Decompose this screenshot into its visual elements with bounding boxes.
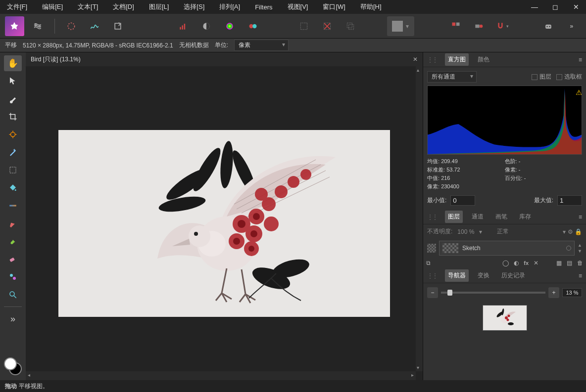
layer-fx-icon[interactable]: fx: [524, 260, 529, 266]
min-input[interactable]: [450, 195, 475, 206]
auto-wb-button[interactable]: [243, 16, 262, 36]
tab-history[interactable]: 历史记录: [498, 269, 528, 282]
navigator-zoom-row: − + 13 %: [423, 283, 586, 302]
tab-histogram[interactable]: 直方图: [445, 53, 469, 66]
magic-wand-tool[interactable]: [4, 144, 22, 160]
layer-move-down[interactable]: ▼: [578, 249, 582, 254]
layer-visibility-toggle[interactable]: [427, 244, 436, 253]
menu-select[interactable]: 选择[S]: [181, 0, 207, 13]
menu-view[interactable]: 视图[V]: [285, 0, 311, 13]
layer-move-up[interactable]: ▲: [578, 243, 582, 248]
clone-tool[interactable]: [4, 269, 22, 285]
persona-liquify[interactable]: [28, 16, 48, 36]
layer-pixel-icon[interactable]: ▤: [567, 260, 572, 266]
flood-fill-tool[interactable]: [4, 180, 22, 196]
view-tool[interactable]: ✋: [4, 55, 22, 71]
selection-subtract-button[interactable]: [318, 16, 337, 36]
layer-adjust-icon[interactable]: ◐: [514, 260, 519, 266]
menu-arrange[interactable]: 排列[A]: [216, 0, 243, 13]
window-minimize[interactable]: —: [529, 3, 540, 11]
gradient-tool[interactable]: [4, 198, 22, 214]
menu-file[interactable]: 文件[F]: [4, 0, 30, 13]
persona-develop[interactable]: [62, 16, 81, 36]
color-swatches[interactable]: [4, 357, 22, 375]
auto-levels-button[interactable]: [174, 16, 193, 36]
zoom-slider[interactable]: [441, 292, 545, 294]
menu-layer[interactable]: 图层[L]: [146, 0, 172, 13]
panel-menu-icon[interactable]: ≡: [579, 272, 582, 279]
tab-layers[interactable]: 图层: [445, 211, 463, 223]
pen-tool[interactable]: [4, 216, 22, 231]
flood-select-tool[interactable]: [4, 127, 22, 142]
persona-photo[interactable]: [5, 16, 24, 36]
canvas-scrollbar-horizontal[interactable]: [26, 371, 416, 380]
selection-new-button[interactable]: [294, 16, 314, 36]
window-maximize[interactable]: ◻: [549, 3, 561, 11]
crop-tool[interactable]: [4, 109, 22, 125]
brush-tool[interactable]: [4, 91, 22, 107]
max-input[interactable]: [557, 195, 582, 206]
layer-delete-icon[interactable]: 🗑: [577, 260, 583, 266]
menu-help[interactable]: 帮助[H]: [357, 0, 385, 13]
tab-channels[interactable]: 通道: [469, 211, 487, 223]
menu-edit[interactable]: 编辑[E]: [39, 0, 66, 13]
canvas-scrollbar-vertical[interactable]: [416, 66, 423, 371]
zoom-tool[interactable]: [4, 287, 22, 303]
arrange-button[interactable]: [446, 16, 465, 36]
layer-group-icon[interactable]: ⧉: [426, 260, 431, 266]
zoom-value[interactable]: 13 %: [562, 288, 582, 297]
panel-grip-icon[interactable]: ⋮⋮: [427, 272, 437, 279]
layer-add-icon[interactable]: ▦: [556, 260, 562, 266]
smudge-tool[interactable]: [4, 233, 22, 249]
tab-navigator[interactable]: 导航器: [445, 269, 469, 282]
document-tab-title[interactable]: Bird [只读] (13.1%): [31, 55, 81, 64]
svg-rect-2: [180, 27, 182, 29]
erase-tool[interactable]: [4, 251, 22, 267]
auto-contrast-button[interactable]: [197, 16, 216, 36]
menu-document[interactable]: 文档[D]: [110, 0, 137, 13]
document-tab-close[interactable]: ✕: [413, 56, 418, 63]
blend-mode-select[interactable]: 正常: [497, 227, 509, 236]
fill-swatch-dropdown[interactable]: ▾: [387, 16, 414, 36]
opacity-value[interactable]: 100 %: [457, 228, 474, 235]
channel-select[interactable]: 所有通道: [427, 71, 477, 83]
layer-mark-icon[interactable]: [566, 246, 571, 251]
navigator-preview[interactable]: [483, 305, 527, 331]
tab-transform[interactable]: 变换: [475, 269, 492, 282]
layer-crop-icon[interactable]: ✕: [534, 260, 538, 266]
persona-export[interactable]: [108, 16, 127, 36]
selection-intersect-button[interactable]: [341, 16, 360, 36]
record-button[interactable]: [469, 16, 488, 36]
panel-menu-icon[interactable]: ≡: [579, 56, 582, 63]
tab-brushes[interactable]: 画笔: [492, 211, 510, 223]
svg-point-52: [253, 213, 260, 220]
assistant-button[interactable]: [538, 16, 558, 36]
window-close[interactable]: ✕: [570, 3, 582, 11]
svg-point-18: [480, 24, 483, 28]
menu-text[interactable]: 文本[T]: [75, 0, 101, 13]
unit-select[interactable]: 像素: [234, 40, 289, 51]
toolbar-overflow[interactable]: »: [562, 16, 581, 36]
menu-filters[interactable]: Filters: [252, 1, 275, 13]
snap-button[interactable]: ▾: [492, 16, 512, 36]
svg-point-24: [15, 189, 16, 191]
unit-label: 单位:: [215, 41, 228, 49]
move-tool[interactable]: [4, 73, 22, 89]
panel-grip-icon[interactable]: ⋮⋮: [427, 56, 437, 63]
menu-window[interactable]: 窗口[W]: [320, 0, 348, 13]
layer-checkbox[interactable]: 图层: [532, 73, 551, 81]
marquee-tool[interactable]: [4, 162, 22, 178]
persona-tone[interactable]: [85, 16, 104, 36]
zoom-out-button[interactable]: −: [427, 287, 438, 298]
panel-grip-icon[interactable]: ⋮⋮: [427, 214, 437, 220]
auto-colors-button[interactable]: [220, 16, 240, 36]
tab-color[interactable]: 颜色: [475, 53, 492, 66]
zoom-in-button[interactable]: +: [548, 287, 559, 298]
tab-stock[interactable]: 库存: [516, 211, 534, 223]
layer-row[interactable]: Sketch: [439, 241, 575, 256]
tools-overflow[interactable]: »: [4, 311, 22, 327]
layer-mask-icon[interactable]: ◯: [502, 260, 509, 266]
canvas[interactable]: [26, 66, 423, 380]
panel-menu-icon[interactable]: ≡: [579, 214, 582, 220]
selection-checkbox[interactable]: 选取框: [556, 73, 582, 81]
